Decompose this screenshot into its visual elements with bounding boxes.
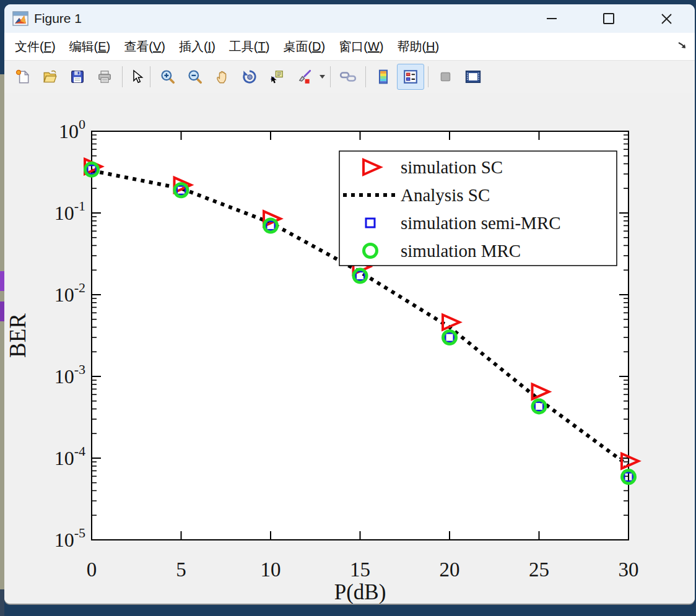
maximize-icon bbox=[603, 13, 614, 24]
printer-icon bbox=[97, 69, 113, 85]
y-axis-label: BER bbox=[5, 313, 30, 358]
x-tick-label: 30 bbox=[619, 558, 639, 581]
toolbar-separator bbox=[150, 66, 150, 87]
open-file-button[interactable] bbox=[37, 64, 64, 90]
toolbar-separator bbox=[365, 66, 366, 87]
x-tick-label: 15 bbox=[350, 558, 370, 581]
zoom-in-icon bbox=[160, 69, 176, 85]
data-cursor-button[interactable] bbox=[263, 64, 290, 90]
minimize-icon bbox=[547, 18, 557, 19]
desktop-wallpaper-patch bbox=[0, 301, 4, 321]
hide-plot-tools-icon bbox=[438, 69, 454, 85]
menu-bar: 文件(F) 编辑(E) 查看(V) 插入(I) 工具(T) 桌面(D) 窗口(W… bbox=[4, 33, 695, 61]
pan-button[interactable] bbox=[209, 64, 236, 90]
colorbar-icon bbox=[375, 69, 391, 85]
menu-item-help[interactable]: 帮助(H) bbox=[390, 36, 446, 58]
title-bar[interactable]: Figure 1 bbox=[4, 4, 695, 33]
x-tick-label: 25 bbox=[529, 558, 549, 581]
y-tick-label: 10-4 bbox=[54, 443, 85, 469]
link-icon bbox=[339, 69, 357, 85]
new-file-icon bbox=[15, 69, 31, 85]
toolbar-separator bbox=[122, 66, 123, 87]
open-folder-icon bbox=[42, 69, 58, 85]
save-figure-button[interactable] bbox=[64, 64, 91, 90]
y-tick-label: 10-5 bbox=[54, 525, 85, 551]
hide-plot-tools-button[interactable] bbox=[432, 64, 459, 90]
menu-item-file[interactable]: 文件(F) bbox=[8, 36, 63, 58]
legend-label: Analysis SC bbox=[401, 185, 490, 205]
legend-label: simulation SC bbox=[401, 157, 503, 177]
y-tick-label: 10-3 bbox=[54, 362, 85, 388]
link-plot-button[interactable] bbox=[334, 64, 362, 90]
menu-item-tools[interactable]: 工具(T) bbox=[222, 36, 277, 58]
x-tick-label: 5 bbox=[176, 558, 186, 581]
new-file-button[interactable] bbox=[9, 64, 37, 90]
arrow-cursor-icon bbox=[129, 69, 144, 85]
show-plot-tools-dock-button[interactable] bbox=[459, 64, 487, 90]
brush-icon bbox=[296, 69, 312, 85]
pan-hand-icon bbox=[214, 69, 230, 85]
legend-label: simulation MRC bbox=[401, 241, 521, 261]
zoom-out-icon bbox=[187, 69, 203, 85]
rotate-3d-button[interactable] bbox=[236, 64, 263, 90]
toolbar-separator bbox=[330, 66, 331, 87]
maximize-button[interactable] bbox=[594, 4, 623, 33]
x-tick-label: 0 bbox=[87, 558, 97, 581]
legend-label: simulation semi-MRC bbox=[401, 213, 561, 233]
print-figure-button[interactable] bbox=[91, 64, 118, 90]
y-tick-label: 10-2 bbox=[54, 280, 85, 306]
y-tick-label: 10-1 bbox=[54, 198, 85, 224]
toolbar-separator bbox=[428, 66, 428, 87]
legend-icon bbox=[402, 69, 419, 85]
show-plot-tools-icon bbox=[464, 69, 482, 85]
x-tick-label: 10 bbox=[261, 558, 281, 581]
x-tick-label: 20 bbox=[440, 558, 460, 581]
menu-item-window[interactable]: 窗口(W) bbox=[332, 36, 390, 58]
brush-button[interactable] bbox=[290, 64, 318, 90]
zoom-in-button[interactable] bbox=[154, 64, 181, 90]
data-cursor-icon bbox=[269, 69, 285, 85]
menu-item-desktop[interactable]: 桌面(D) bbox=[276, 36, 332, 58]
figure-window: Figure 1 文件(F) 编辑(E) 查看(V) 插入(I) 工具(T) 桌… bbox=[4, 4, 695, 604]
edit-cursor-button[interactable] bbox=[126, 64, 146, 90]
caret-down-icon bbox=[320, 75, 325, 79]
close-icon bbox=[661, 14, 672, 24]
legend: simulation SCAnalysis SCsimulation semi-… bbox=[339, 151, 617, 266]
menu-item-view[interactable]: 查看(V) bbox=[117, 36, 172, 58]
toolbar bbox=[4, 61, 695, 93]
figure-canvas-area: 05101520253010010-110-210-310-410-5P(dB)… bbox=[4, 93, 695, 604]
menu-item-insert[interactable]: 插入(I) bbox=[172, 36, 222, 58]
dock-figure-arrow-icon[interactable] bbox=[677, 40, 687, 50]
window-title: Figure 1 bbox=[34, 11, 82, 26]
x-axis-label: P(dB) bbox=[334, 580, 386, 604]
matlab-figure-icon bbox=[12, 11, 28, 27]
insert-legend-button[interactable] bbox=[397, 64, 424, 90]
rotate-3d-icon bbox=[241, 69, 258, 85]
save-icon bbox=[69, 69, 85, 85]
menu-item-edit[interactable]: 编辑(E) bbox=[63, 36, 118, 58]
y-tick-label: 100 bbox=[59, 116, 85, 142]
desktop-bottom bbox=[0, 589, 4, 616]
insert-colorbar-button[interactable] bbox=[370, 64, 397, 90]
desktop-background-sliver bbox=[0, 0, 4, 616]
chart-canvas: 05101520253010010-110-210-310-410-5P(dB)… bbox=[4, 93, 695, 604]
desktop-top bbox=[0, 0, 4, 74]
minimize-button[interactable] bbox=[537, 4, 566, 33]
desktop-wallpaper-patch bbox=[0, 271, 4, 291]
brush-dropdown-caret[interactable] bbox=[318, 64, 326, 89]
close-button[interactable] bbox=[652, 4, 681, 33]
zoom-out-button[interactable] bbox=[181, 64, 209, 90]
